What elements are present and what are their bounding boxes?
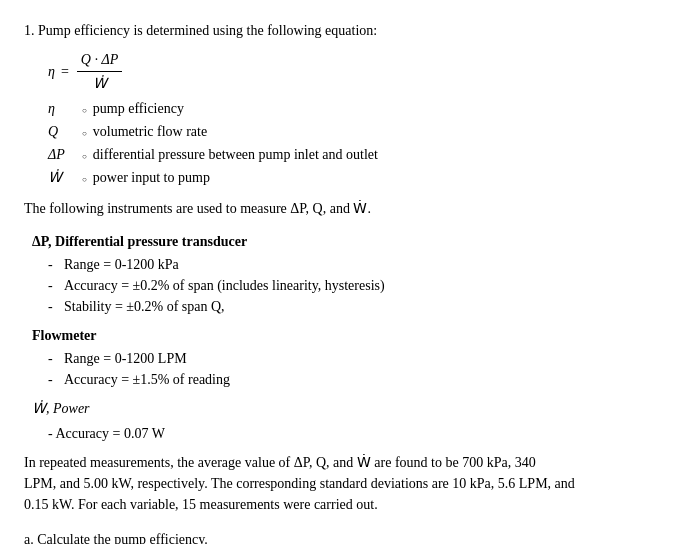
dp-stability-text: Stability = ±0.2% of span Q,: [64, 296, 225, 317]
pump-efficiency-desc: pump efficiency: [93, 98, 184, 119]
power-accuracy-row: - Accuracy = 0.07 W: [48, 423, 656, 444]
Q-row: Q ○ volumetric flow rate: [48, 121, 656, 142]
Q-desc: volumetric flow rate: [93, 121, 207, 142]
item1-text: 1. Pump efficiency is determined using t…: [24, 23, 377, 38]
flow-range-row: - Range = 0-1200 LPM: [48, 348, 656, 369]
questions-block: a. Calculate the pump efficiency. b. Cal…: [24, 529, 656, 544]
denominator: Ẇ: [89, 72, 111, 94]
dp-name: ΔP, Differential pressure transducer: [32, 231, 656, 252]
bullet-W: ○: [82, 174, 87, 186]
power-accuracy-text: Accuracy = 0.07 W: [55, 426, 164, 441]
q-a-text: a. Calculate the pump efficiency.: [24, 532, 208, 544]
equation-block: η = Q · ΔP Ẇ: [48, 49, 656, 94]
W-row: Ẇ ○ power input to pump: [48, 167, 656, 188]
dash2: -: [48, 275, 56, 296]
dp-accuracy-text: Accuracy = ±0.2% of span (includes linea…: [64, 275, 385, 296]
repeated-paragraph: In repeated measurements, the average va…: [24, 452, 656, 515]
variable-list: η ○ pump efficiency Q ○ volumetric flow …: [48, 98, 656, 188]
bullet-Q: ○: [82, 128, 87, 140]
deltaP-var: ΔP: [48, 144, 76, 165]
numerator: Q · ΔP: [77, 49, 122, 72]
power-section: Ẇ, Power - Accuracy = 0.07 W: [32, 398, 656, 444]
flow-accuracy-text: Accuracy = ±1.5% of reading: [64, 369, 230, 390]
flowmeter-name: Flowmeter: [32, 325, 656, 346]
flow-accuracy-row: - Accuracy = ±1.5% of reading: [48, 369, 656, 390]
eta-row: η ○ pump efficiency: [48, 98, 656, 119]
section-title: 1. Pump efficiency is determined using t…: [24, 20, 656, 41]
dp-section: ΔP, Differential pressure transducer - R…: [32, 231, 656, 317]
dp-accuracy-row: - Accuracy = ±0.2% of span (includes lin…: [48, 275, 656, 296]
dash5: -: [48, 369, 56, 390]
deltaP-row: ΔP ○ differential pressure between pump …: [48, 144, 656, 165]
Q-var: Q: [48, 121, 76, 142]
main-content: 1. Pump efficiency is determined using t…: [24, 20, 656, 544]
equals: =: [61, 61, 69, 82]
flow-range-text: Range = 0-1200 LPM: [64, 348, 187, 369]
eta-var: η: [48, 98, 76, 119]
repeated-line3: 0.15 kW. For each variable, 15 measureme…: [24, 494, 656, 515]
W-desc: power input to pump: [93, 167, 210, 188]
bullet-deltaP: ○: [82, 151, 87, 163]
dash1: -: [48, 254, 56, 275]
instruments-text: The following instruments are used to me…: [24, 201, 371, 216]
dp-range-row: - Range = 0-1200 kPa: [48, 254, 656, 275]
eta-symbol: η: [48, 61, 55, 82]
power-label: Ẇ, Power: [32, 401, 90, 416]
W-var: Ẇ: [48, 167, 76, 188]
deltaP-desc: differential pressure between pump inlet…: [93, 144, 378, 165]
dash3: -: [48, 296, 56, 317]
dash4: -: [48, 348, 56, 369]
dp-stability-row: - Stability = ±0.2% of span Q,: [48, 296, 656, 317]
dp-range-text: Range = 0-1200 kPa: [64, 254, 179, 275]
flowmeter-section: Flowmeter - Range = 0-1200 LPM - Accurac…: [32, 325, 656, 390]
repeated-line1: In repeated measurements, the average va…: [24, 452, 656, 473]
bullet-eta: ○: [82, 105, 87, 117]
repeated-line2: LPM, and 5.00 kW, respectively. The corr…: [24, 473, 656, 494]
question-a: a. Calculate the pump efficiency.: [24, 529, 656, 544]
fraction: Q · ΔP Ẇ: [77, 49, 122, 94]
power-name: Ẇ, Power: [32, 398, 656, 419]
instruments-line: The following instruments are used to me…: [24, 198, 656, 219]
